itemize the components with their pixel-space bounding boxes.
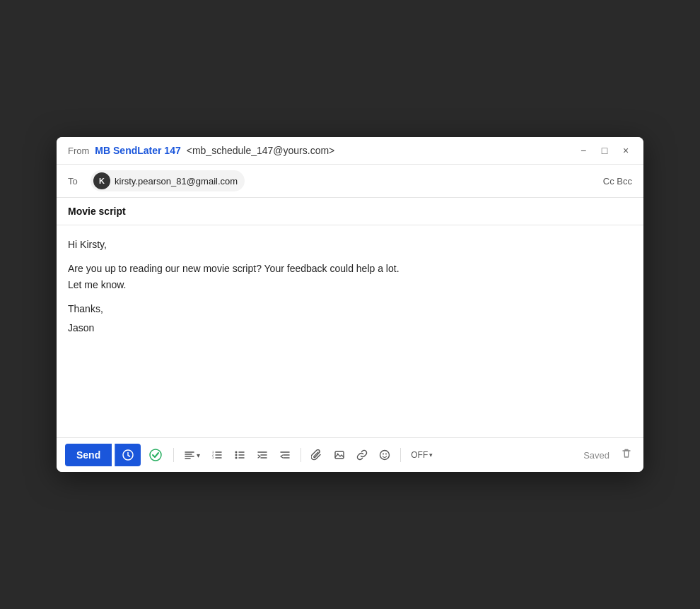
separator-3 (400, 448, 401, 462)
title-bar: From MB SendLater 147 <mb_schedule_147@y… (57, 137, 643, 165)
image-button[interactable] (329, 445, 349, 465)
avatar: K (93, 172, 110, 189)
svg-point-12 (385, 454, 387, 455)
link-icon (356, 449, 368, 461)
emoji-icon (379, 449, 390, 461)
minimize-button[interactable]: − (577, 144, 590, 157)
svg-point-6 (235, 454, 238, 456)
svg-text:3: 3 (212, 456, 214, 459)
emoji-button[interactable] (375, 445, 395, 465)
indent-button[interactable] (252, 445, 272, 465)
svg-rect-8 (335, 451, 344, 459)
send-clock-button[interactable] (115, 444, 141, 466)
align-left-icon (184, 449, 195, 461)
check-button[interactable] (144, 444, 168, 466)
attachment-button[interactable] (307, 445, 327, 465)
window-controls: − □ × (577, 144, 632, 157)
maximize-button[interactable]: □ (598, 144, 611, 157)
main-paragraph: Are you up to reading our new movie scri… (68, 261, 632, 292)
to-row: To K kirsty.pearson_81@gmail.com Cc Bcc (57, 165, 643, 198)
email-body[interactable]: Hi Kirsty, Are you up to reading our new… (57, 225, 643, 437)
saved-label: Saved (583, 450, 609, 461)
unordered-list-button[interactable] (230, 445, 250, 465)
email-compose-window: From MB SendLater 147 <mb_schedule_147@y… (57, 137, 643, 472)
bullet-list-icon (234, 449, 245, 461)
delete-button[interactable] (618, 445, 635, 465)
ordered-list-icon: 1 2 3 (211, 449, 223, 461)
sender-sign: Jason (68, 320, 632, 336)
ordered-list-button[interactable]: 1 2 3 (207, 445, 227, 465)
to-label: To (68, 176, 85, 187)
align-chevron: ▾ (197, 451, 200, 459)
separator-2 (301, 448, 301, 462)
off-toggle[interactable]: OFF ▾ (407, 447, 437, 463)
check-icon (149, 449, 162, 461)
toolbar: Send ▾ 1 2 3 (57, 437, 643, 472)
from-label: From (68, 146, 89, 156)
sign-off: Thanks, (68, 301, 632, 317)
paperclip-icon (311, 449, 322, 461)
svg-point-7 (235, 457, 238, 459)
outdent-icon (279, 449, 291, 461)
subject-row: Movie script (57, 198, 643, 225)
svg-point-5 (235, 451, 238, 454)
off-label: OFF (411, 450, 428, 460)
link-button[interactable] (352, 445, 372, 465)
greeting: Hi Kirsty, (68, 237, 632, 252)
outdent-button[interactable] (275, 445, 295, 465)
trash-icon (621, 448, 632, 459)
sender-email: <mb_schedule_147@yours.com> (187, 145, 335, 156)
clock-icon (122, 449, 134, 461)
indent-icon (257, 449, 268, 461)
send-button[interactable]: Send (65, 444, 112, 466)
recipient-email: kirsty.pearson_81@gmail.com (115, 176, 238, 187)
svg-point-11 (383, 454, 384, 455)
separator (173, 448, 174, 462)
sender-name: MB SendLater 147 (95, 145, 180, 156)
recipient-chip[interactable]: K kirsty.pearson_81@gmail.com (91, 170, 245, 191)
subject-text: Movie script (68, 206, 126, 217)
cc-bcc-button[interactable]: Cc Bcc (603, 176, 632, 187)
dropdown-arrow: ▾ (429, 451, 433, 459)
svg-point-1 (150, 449, 161, 461)
close-button[interactable]: × (619, 144, 632, 157)
align-button[interactable]: ▾ (180, 447, 204, 463)
image-icon (334, 449, 345, 461)
svg-point-10 (380, 451, 390, 460)
